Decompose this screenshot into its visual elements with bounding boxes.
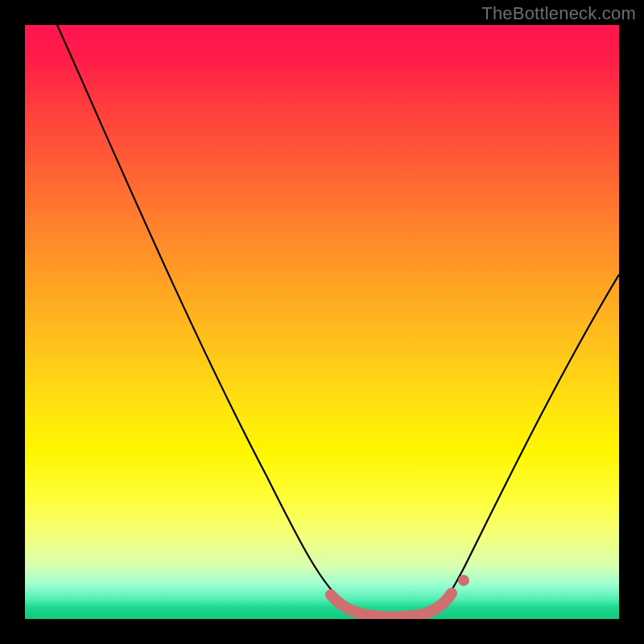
pink-overlay-region (331, 593, 452, 617)
pink-overlay-dot (458, 575, 469, 586)
chart-svg (25, 25, 619, 619)
watermark-text: TheBottleneck.com (481, 3, 636, 24)
plot-area (25, 25, 619, 619)
chart-frame: TheBottleneck.com (0, 0, 644, 644)
bottleneck-curve (57, 25, 619, 617)
